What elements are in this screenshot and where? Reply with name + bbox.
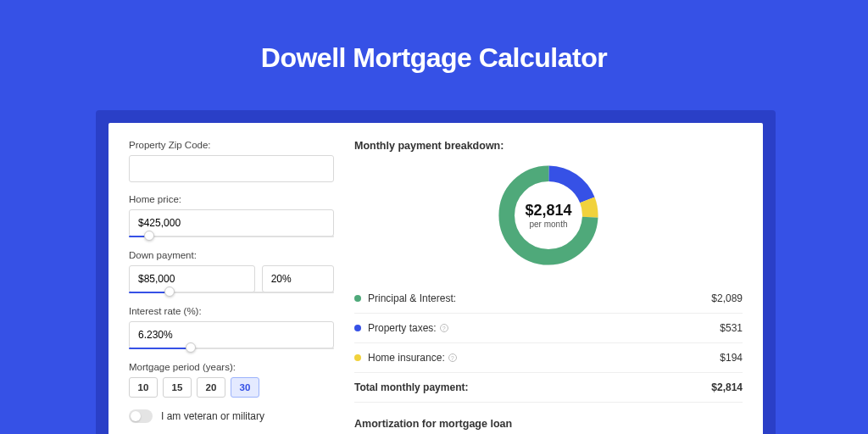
legend-total-value: $2,814 <box>711 381 743 393</box>
field-interest-rate: Interest rate (%): <box>129 306 334 350</box>
legend: Principal & Interest:$2,089Property taxe… <box>354 284 743 403</box>
legend-total-label: Total monthly payment: <box>354 381 704 393</box>
legend-dot <box>354 295 361 302</box>
period-btn-20[interactable]: 20 <box>197 377 225 398</box>
field-period: Mortgage period (years): 10152030 <box>129 362 334 398</box>
donut-amount: $2,814 <box>525 202 571 220</box>
legend-label: Principal & Interest: <box>368 292 704 304</box>
legend-row: Principal & Interest:$2,089 <box>354 284 743 313</box>
veteran-row: I am veteran or military <box>129 409 334 423</box>
calculator-card: Property Zip Code: Home price: Down paym… <box>108 123 763 434</box>
slider-thumb[interactable] <box>164 287 175 297</box>
zip-input[interactable] <box>129 155 334 182</box>
donut-center: $2,814 per month <box>493 160 604 270</box>
home-price-input[interactable] <box>129 209 334 236</box>
interest-rate-input[interactable] <box>129 321 334 348</box>
field-down-payment-label: Down payment: <box>129 250 334 260</box>
down-payment-pct-input[interactable] <box>262 265 334 292</box>
veteran-label: I am veteran or military <box>161 410 264 422</box>
interest-rate-slider[interactable] <box>129 347 334 350</box>
field-zip: Property Zip Code: <box>129 140 334 182</box>
home-price-slider[interactable] <box>129 235 334 238</box>
amortization-section: Amortization for mortgage loan Amortizat… <box>354 418 743 434</box>
legend-row: Home insurance:?$194 <box>354 342 743 372</box>
legend-label: Home insurance:? <box>368 352 713 364</box>
legend-dot <box>354 325 361 331</box>
breakdown-column: Monthly payment breakdown: $2,814 per mo… <box>354 140 743 434</box>
info-icon[interactable]: ? <box>448 353 457 362</box>
form-column: Property Zip Code: Home price: Down paym… <box>129 140 334 434</box>
field-home-price-label: Home price: <box>129 194 334 204</box>
legend-dot <box>354 354 361 361</box>
field-home-price: Home price: <box>129 194 334 238</box>
page-title: Dowell Mortgage Calculator <box>0 42 868 74</box>
period-btn-10[interactable]: 10 <box>129 377 158 398</box>
veteran-toggle[interactable] <box>129 409 153 423</box>
legend-row: Property taxes:?$531 <box>354 313 743 342</box>
info-icon[interactable]: ? <box>440 324 448 332</box>
amortization-title: Amortization for mortgage loan <box>354 418 743 430</box>
slider-thumb[interactable] <box>186 342 196 353</box>
period-btn-15[interactable]: 15 <box>163 377 192 398</box>
breakdown-heading: Monthly payment breakdown: <box>354 140 743 152</box>
legend-total-row: Total monthly payment:$2,814 <box>354 372 743 402</box>
toggle-knob <box>131 411 141 421</box>
field-down-payment: Down payment: <box>129 250 334 294</box>
down-payment-slider[interactable] <box>129 291 334 294</box>
field-period-label: Mortgage period (years): <box>129 362 334 372</box>
legend-value: $194 <box>720 352 743 364</box>
donut-chart: $2,814 per month <box>354 160 743 270</box>
slider-thumb[interactable] <box>144 231 154 241</box>
donut-sub: per month <box>529 220 567 229</box>
period-btn-30[interactable]: 30 <box>231 377 259 398</box>
legend-value: $2,089 <box>711 292 743 304</box>
legend-label: Property taxes:? <box>368 322 713 334</box>
field-zip-label: Property Zip Code: <box>129 140 334 150</box>
down-payment-amount-input[interactable] <box>129 265 255 292</box>
legend-value: $531 <box>720 322 743 334</box>
field-interest-rate-label: Interest rate (%): <box>129 306 334 316</box>
